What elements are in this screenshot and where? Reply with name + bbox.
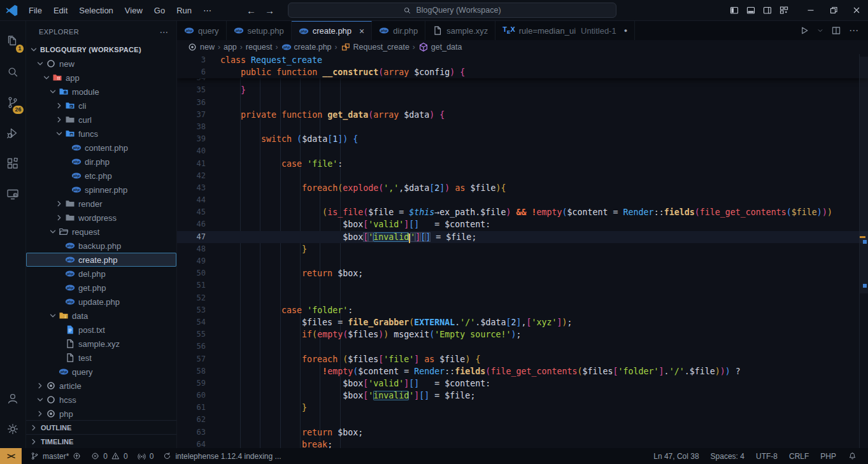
code-line-48[interactable]: 48 } (177, 243, 868, 255)
tree-item-php[interactable]: php (26, 407, 176, 420)
code-line-51[interactable]: 51 (177, 279, 868, 292)
menu-file[interactable]: File (23, 4, 48, 17)
breadcrumb-create-php[interactable]: phpcreate.php (281, 42, 332, 52)
tab-rule-median_ui[interactable]: TEXrule=median_uiUntitled-1● (495, 21, 635, 40)
status-notifications[interactable] (842, 448, 863, 464)
menu-go[interactable]: Go (148, 4, 171, 17)
restore-button[interactable] (822, 0, 845, 20)
tree-item-hcss[interactable]: hcss (26, 393, 176, 407)
section-timeline[interactable]: TIMELINE (26, 434, 176, 448)
code-line-55[interactable]: 55 if(empty($files)) msgexit('Empty sour… (177, 328, 868, 341)
tree-item-spinner-php[interactable]: phpspinner.php (26, 183, 176, 197)
code-line-52[interactable]: 52 (177, 292, 868, 304)
tree-item-wordpress[interactable]: wordpress (26, 211, 176, 225)
code-line-40[interactable]: 40 (177, 145, 868, 157)
tab-dir-php[interactable]: phpdir.php (372, 21, 425, 40)
tab-create-php[interactable]: phpcreate.php× (292, 21, 373, 40)
status-eol[interactable]: CRLF (783, 448, 815, 464)
command-center-search[interactable]: BlogQuery (Workspace) (288, 3, 616, 18)
code-line-60[interactable]: 60 $box['invalid'][] = $file; (177, 390, 868, 402)
menu-run[interactable]: Run (171, 4, 197, 17)
tree-item-create-php[interactable]: phpcreate.php (26, 253, 176, 267)
status-cursor-position[interactable]: Ln 47, Col 38 (648, 448, 704, 464)
code-line-59[interactable]: 59 $box['valid'][] = $content: (177, 377, 868, 390)
more-actions-button[interactable]: ⋯ (849, 25, 859, 36)
status-problems[interactable]: 00 (86, 448, 132, 464)
breadcrumb-Request_create[interactable]: Request_create (341, 42, 409, 52)
activity-run-debug[interactable] (0, 118, 25, 148)
breadcrumb-request[interactable]: request (246, 43, 273, 52)
breadcrumb-new[interactable]: new (187, 42, 215, 52)
code-line-53[interactable]: 53 case 'folder': (177, 304, 868, 316)
close-button[interactable] (845, 0, 868, 20)
tree-item-module[interactable]: module (26, 85, 176, 99)
run-button[interactable] (799, 25, 809, 36)
toggle-sidebar-icon[interactable] (729, 5, 739, 15)
code-line-49[interactable]: 49 (177, 255, 868, 267)
scrollbar[interactable] (859, 54, 868, 448)
toggle-panel-icon[interactable] (746, 5, 756, 15)
toggle-secondary-sidebar-icon[interactable] (762, 5, 772, 15)
remote-indicator[interactable]: >< (0, 448, 22, 464)
customize-layout-icon[interactable] (779, 5, 789, 15)
tree-item-del-php[interactable]: phpdel.php (26, 267, 176, 281)
code-line-38[interactable]: 38 (177, 121, 868, 133)
code-line-56[interactable]: 56 (177, 341, 868, 353)
code-line-45[interactable]: 45 (is_file($file = $this→ex_path.$file)… (177, 206, 868, 218)
menu-[interactable]: ⋯ (197, 4, 217, 17)
tree-item-test[interactable]: test (26, 351, 176, 365)
tree-item-funcs[interactable]: fxfuncs (26, 127, 176, 141)
code-line-6[interactable]: 6 public function __construct(array $con… (177, 66, 868, 78)
tree-item-request[interactable]: request (26, 225, 176, 239)
status-encoding[interactable]: UTF-8 (750, 448, 783, 464)
code-line-47[interactable]: 47 $box['invalid'][] = $file; (177, 231, 868, 243)
code-line-37[interactable]: 37 private function get_data(array $data… (177, 109, 868, 121)
code-line-57[interactable]: 57 foreach ($files['file'] as $file) { (177, 353, 868, 365)
breadcrumb-app[interactable]: app (224, 43, 237, 52)
menu-view[interactable]: View (119, 4, 148, 17)
activity-settings[interactable] (0, 414, 25, 444)
status-language-mode[interactable]: PHP (815, 448, 842, 464)
code-line-36[interactable]: 36 (177, 97, 868, 109)
tree-item-query[interactable]: phpquery (26, 365, 176, 379)
status-branch[interactable]: master* (25, 448, 86, 464)
forward-arrow-icon[interactable]: → (265, 5, 274, 16)
tree-item-article[interactable]: article (26, 379, 176, 393)
activity-accounts[interactable] (0, 383, 25, 414)
explorer-more-actions[interactable]: ⋯ (160, 27, 169, 37)
scrollbar-slider[interactable] (860, 57, 868, 293)
tree-item-new[interactable]: new (26, 57, 176, 71)
code-line-58[interactable]: 58 !empty($content = Render::fields(file… (177, 365, 868, 377)
tab-query[interactable]: phpquery (177, 21, 227, 40)
tree-item-content-php[interactable]: phpcontent.php (26, 141, 176, 155)
tab-setup-php[interactable]: phpsetup.php (227, 21, 292, 40)
activity-search[interactable] (0, 57, 25, 87)
code-line-43[interactable]: 43 foreach(explode(',',$data[2]) as $fil… (177, 182, 868, 194)
tree-item-render[interactable]: render (26, 197, 176, 211)
tree-item-etc-php[interactable]: phpetc.php (26, 169, 176, 183)
tree-item-dir-php[interactable]: phpdir.php (26, 155, 176, 169)
tree-item-post-txt[interactable]: post.txt (26, 323, 176, 337)
activity-remote-explorer[interactable] (0, 179, 25, 209)
back-arrow-icon[interactable]: ← (246, 5, 256, 16)
code-line-61[interactable]: 61 } (177, 402, 868, 414)
split-editor-button[interactable] (831, 25, 841, 36)
close-icon[interactable]: × (359, 26, 364, 36)
code-line-34[interactable]: 34 (177, 78, 868, 84)
status-ports[interactable]: 0 (132, 448, 159, 464)
activity-extensions[interactable] (0, 148, 25, 179)
code-line-64[interactable]: 64 break; (177, 439, 868, 448)
breadcrumb-get_data[interactable]: get_data (418, 42, 462, 52)
code-line-39[interactable]: 39 switch ($data[1]) { (177, 133, 868, 145)
tab-sample-xyz[interactable]: sample.xyz (425, 21, 495, 40)
workspace-root[interactable]: BLOGQUERY (WORKSPACE) (26, 43, 176, 57)
code-line-63[interactable]: 63 return $box; (177, 426, 868, 439)
status-language-server[interactable]: intelephense 1.12.4 indexing ... (158, 448, 285, 464)
code-line-41[interactable]: 41 case 'file': (177, 158, 868, 170)
code-line-44[interactable]: 44 (177, 194, 868, 206)
code-line-54[interactable]: 54 $files = file_Grabber(EXTERNAL.'/'.$d… (177, 316, 868, 328)
code-line-50[interactable]: 50 return $box; (177, 267, 868, 279)
status-indentation[interactable]: Spaces: 4 (705, 448, 750, 464)
menu-selection[interactable]: Selection (73, 4, 118, 17)
tree-item-update-php[interactable]: phpupdate.php (26, 295, 176, 309)
